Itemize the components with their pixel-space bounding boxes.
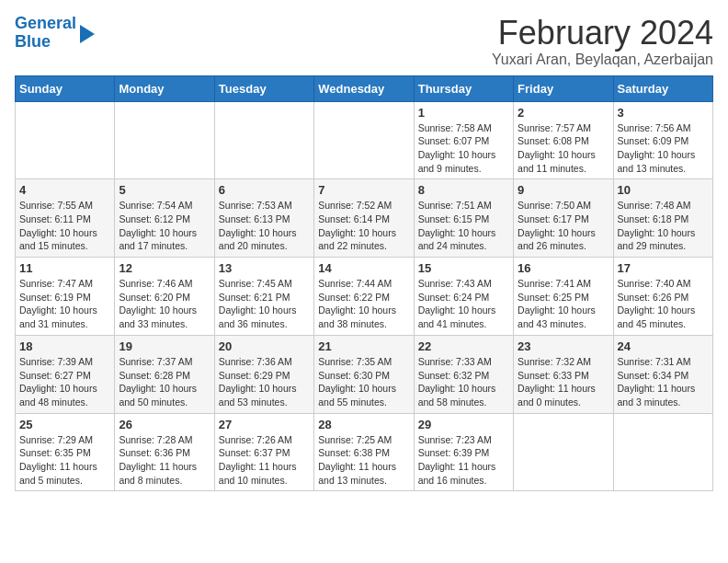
calendar-cell: 24Sunrise: 7:31 AM Sunset: 6:34 PM Dayli… [613,335,712,413]
day-number: 15 [418,261,509,275]
calendar-cell [214,101,313,179]
calendar-table: SundayMondayTuesdayWednesdayThursdayFrid… [15,75,713,492]
day-number: 16 [518,261,609,275]
day-number: 8 [418,183,509,197]
day-info: Sunrise: 7:45 AM Sunset: 6:21 PM Dayligh… [219,277,310,331]
day-number: 20 [219,339,310,353]
day-number: 28 [318,418,409,431]
header-tuesday: Tuesday [214,75,313,101]
calendar-cell: 7Sunrise: 7:52 AM Sunset: 6:14 PM Daylig… [314,179,414,258]
day-number: 5 [119,183,210,197]
logo-blue: Blue [15,32,51,51]
day-number: 9 [518,183,609,197]
day-number: 13 [219,261,310,275]
week-row-4: 18Sunrise: 7:39 AM Sunset: 6:27 PM Dayli… [16,335,713,413]
day-number: 22 [418,339,509,353]
calendar-cell: 1Sunrise: 7:58 AM Sunset: 6:07 PM Daylig… [414,101,513,179]
calendar-cell: 11Sunrise: 7:47 AM Sunset: 6:19 PM Dayli… [16,258,115,336]
day-info: Sunrise: 7:57 AM Sunset: 6:08 PM Dayligh… [518,121,609,176]
day-number: 10 [618,183,709,197]
day-info: Sunrise: 7:31 AM Sunset: 6:34 PM Dayligh… [618,355,709,409]
header-saturday: Saturday [613,75,712,101]
calendar-cell: 28Sunrise: 7:25 AM Sunset: 6:38 PM Dayli… [314,413,414,491]
calendar-cell: 9Sunrise: 7:50 AM Sunset: 6:17 PM Daylig… [514,179,613,258]
calendar-body: 1Sunrise: 7:58 AM Sunset: 6:07 PM Daylig… [16,101,713,491]
day-info: Sunrise: 7:39 AM Sunset: 6:27 PM Dayligh… [19,355,110,409]
day-number: 23 [518,339,609,353]
header-sunday: Sunday [16,75,115,101]
header-thursday: Thursday [414,75,513,101]
day-info: Sunrise: 7:53 AM Sunset: 6:13 PM Dayligh… [219,199,310,253]
calendar-subtitle: Yuxari Aran, Beylaqan, Azerbaijan [492,52,713,68]
logo: General Blue [15,15,95,52]
day-info: Sunrise: 7:40 AM Sunset: 6:26 PM Dayligh… [618,277,709,331]
calendar-cell: 6Sunrise: 7:53 AM Sunset: 6:13 PM Daylig… [214,179,313,258]
calendar-cell: 5Sunrise: 7:54 AM Sunset: 6:12 PM Daylig… [115,179,214,258]
week-row-2: 4Sunrise: 7:55 AM Sunset: 6:11 PM Daylig… [16,179,713,258]
day-number: 21 [318,339,409,353]
calendar-cell: 8Sunrise: 7:51 AM Sunset: 6:15 PM Daylig… [414,179,513,258]
calendar-cell [613,413,712,491]
day-number: 6 [219,183,310,197]
day-info: Sunrise: 7:46 AM Sunset: 6:20 PM Dayligh… [119,277,210,331]
logo-arrow-icon [80,25,95,43]
day-number: 26 [119,418,210,431]
day-info: Sunrise: 7:28 AM Sunset: 6:36 PM Dayligh… [119,433,210,488]
calendar-cell: 20Sunrise: 7:36 AM Sunset: 6:29 PM Dayli… [214,335,313,413]
day-info: Sunrise: 7:37 AM Sunset: 6:28 PM Dayligh… [119,355,210,409]
day-number: 27 [219,418,310,431]
calendar-cell [314,101,414,179]
calendar-cell: 26Sunrise: 7:28 AM Sunset: 6:36 PM Dayli… [115,413,214,491]
calendar-cell: 4Sunrise: 7:55 AM Sunset: 6:11 PM Daylig… [16,179,115,258]
calendar-cell: 27Sunrise: 7:26 AM Sunset: 6:37 PM Dayli… [214,413,313,491]
week-row-5: 25Sunrise: 7:29 AM Sunset: 6:35 PM Dayli… [16,413,713,491]
day-info: Sunrise: 7:25 AM Sunset: 6:38 PM Dayligh… [318,433,409,488]
calendar-cell: 22Sunrise: 7:33 AM Sunset: 6:32 PM Dayli… [414,335,513,413]
calendar-cell: 12Sunrise: 7:46 AM Sunset: 6:20 PM Dayli… [115,258,214,336]
week-row-1: 1Sunrise: 7:58 AM Sunset: 6:07 PM Daylig… [16,101,713,179]
calendar-cell: 21Sunrise: 7:35 AM Sunset: 6:30 PM Dayli… [314,335,414,413]
day-info: Sunrise: 7:56 AM Sunset: 6:09 PM Dayligh… [618,121,709,176]
day-info: Sunrise: 7:35 AM Sunset: 6:30 PM Dayligh… [318,355,409,409]
day-info: Sunrise: 7:55 AM Sunset: 6:11 PM Dayligh… [19,199,110,253]
day-info: Sunrise: 7:32 AM Sunset: 6:33 PM Dayligh… [518,355,609,409]
day-info: Sunrise: 7:29 AM Sunset: 6:35 PM Dayligh… [19,433,110,488]
day-number: 25 [19,418,110,431]
calendar-cell [115,101,214,179]
calendar-cell [16,101,115,179]
calendar-cell: 10Sunrise: 7:48 AM Sunset: 6:18 PM Dayli… [613,179,712,258]
logo-general: General [15,14,76,32]
day-number: 17 [618,261,709,275]
day-number: 18 [19,339,110,353]
week-row-3: 11Sunrise: 7:47 AM Sunset: 6:19 PM Dayli… [16,258,713,336]
calendar-cell: 23Sunrise: 7:32 AM Sunset: 6:33 PM Dayli… [514,335,613,413]
calendar-cell: 15Sunrise: 7:43 AM Sunset: 6:24 PM Dayli… [414,258,513,336]
calendar-cell: 25Sunrise: 7:29 AM Sunset: 6:35 PM Dayli… [16,413,115,491]
calendar-cell: 17Sunrise: 7:40 AM Sunset: 6:26 PM Dayli… [613,258,712,336]
day-info: Sunrise: 7:26 AM Sunset: 6:37 PM Dayligh… [219,433,310,488]
day-number: 11 [19,261,110,275]
day-info: Sunrise: 7:36 AM Sunset: 6:29 PM Dayligh… [219,355,310,409]
day-info: Sunrise: 7:47 AM Sunset: 6:19 PM Dayligh… [19,277,110,331]
day-number: 3 [618,106,709,120]
day-number: 7 [318,183,409,197]
day-info: Sunrise: 7:44 AM Sunset: 6:22 PM Dayligh… [318,277,409,331]
day-number: 1 [418,106,509,120]
day-info: Sunrise: 7:58 AM Sunset: 6:07 PM Dayligh… [418,121,509,176]
calendar-cell: 14Sunrise: 7:44 AM Sunset: 6:22 PM Dayli… [314,258,414,336]
day-info: Sunrise: 7:48 AM Sunset: 6:18 PM Dayligh… [618,199,709,253]
calendar-header: SundayMondayTuesdayWednesdayThursdayFrid… [16,75,713,101]
header-friday: Friday [514,75,613,101]
day-info: Sunrise: 7:23 AM Sunset: 6:39 PM Dayligh… [418,433,509,488]
day-number: 2 [518,106,609,120]
calendar-title: February 2024 [492,15,713,52]
day-info: Sunrise: 7:33 AM Sunset: 6:32 PM Dayligh… [418,355,509,409]
calendar-cell: 16Sunrise: 7:41 AM Sunset: 6:25 PM Dayli… [514,258,613,336]
calendar-cell [514,413,613,491]
day-info: Sunrise: 7:52 AM Sunset: 6:14 PM Dayligh… [318,199,409,253]
day-info: Sunrise: 7:50 AM Sunset: 6:17 PM Dayligh… [518,199,609,253]
day-number: 4 [19,183,110,197]
calendar-cell: 18Sunrise: 7:39 AM Sunset: 6:27 PM Dayli… [16,335,115,413]
calendar-cell: 2Sunrise: 7:57 AM Sunset: 6:08 PM Daylig… [514,101,613,179]
header-row: SundayMondayTuesdayWednesdayThursdayFrid… [16,75,713,101]
